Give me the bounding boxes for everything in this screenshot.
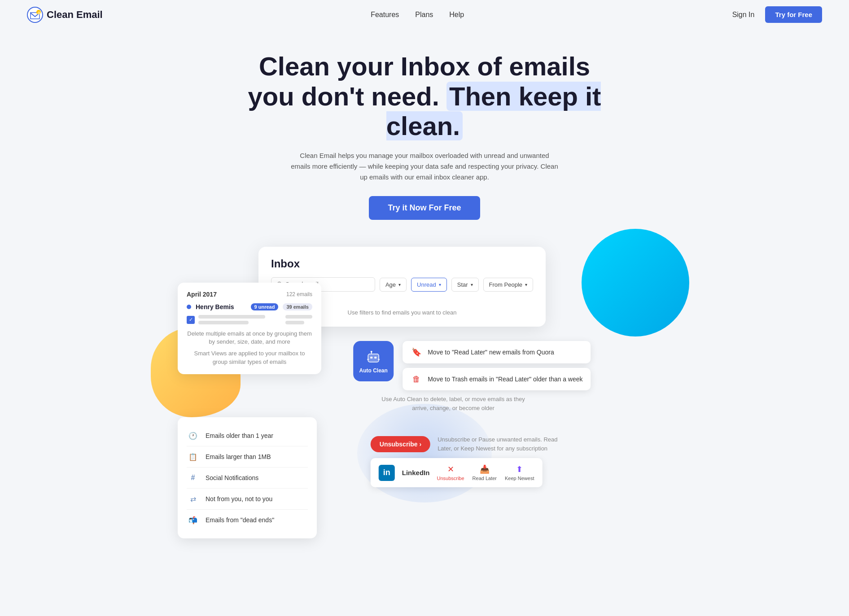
svg-rect-8 xyxy=(368,354,379,362)
sv-icon-3: ⇄ xyxy=(187,493,199,505)
auto-clean-section: Auto Clean 🔖 Move to "Read Later" new em… xyxy=(353,341,591,390)
grouping-card: April 2017 122 emails Henry Bemis 9 unre… xyxy=(178,283,321,374)
sv-label-4: Emails from "dead ends" xyxy=(206,516,274,524)
sv-icon-1: 📋 xyxy=(187,450,199,463)
email-row-1: ✓ xyxy=(187,315,312,324)
age-filter[interactable]: Age▾ xyxy=(380,278,407,292)
line-short xyxy=(198,321,249,324)
trash-icon: 🗑 xyxy=(411,373,422,385)
line-medium xyxy=(198,315,265,319)
robot-icon xyxy=(365,349,381,365)
auto-clean-rules: 🔖 Move to "Read Later" new emails from Q… xyxy=(403,341,591,390)
linkedin-name: LinkedIn xyxy=(402,469,430,476)
action-label-read: Read Later xyxy=(473,476,497,481)
grouping-caption: Delete multiple emails at once by groupi… xyxy=(187,330,312,346)
logo-text: Clean Email xyxy=(47,9,103,21)
nav-plans[interactable]: Plans xyxy=(415,11,433,19)
sv-item-1: 📋 Emails larger than 1MB xyxy=(187,446,308,467)
hero-subtitle: Clean Email helps you manage your mailbo… xyxy=(290,150,559,183)
linkedin-card: in LinkedIn ✕ Unsubscribe 📥 Read Later ⬆… xyxy=(371,458,543,487)
nav-links: Features Plans Help xyxy=(371,11,464,19)
sv-icon-2: # xyxy=(187,472,199,484)
unread-badge: 9 unread xyxy=(251,303,279,310)
action-keep-newest[interactable]: ⬆ Keep Newest xyxy=(505,464,534,481)
sv-icon-0: 🕐 xyxy=(187,429,199,442)
group-month-label: April 2017 xyxy=(187,291,217,298)
sender-dot xyxy=(187,305,191,309)
from-people-filter[interactable]: From People▾ xyxy=(483,278,533,292)
action-label-unsub: Unsubscribe xyxy=(437,476,464,481)
rule-item-1: 🔖 Move to "Read Later" new emails from Q… xyxy=(403,341,591,363)
demo-area: Inbox Age▾ Unread▾ Star▾ From People▾ xyxy=(178,247,671,354)
nav-help[interactable]: Help xyxy=(449,11,464,19)
action-read-later[interactable]: 📥 Read Later xyxy=(473,464,497,481)
linkedin-logo: in xyxy=(379,465,395,481)
smart-views-card: 🕐 Emails older than 1 year 📋 Emails larg… xyxy=(178,417,317,538)
keep-newest-icon: ⬆ xyxy=(516,464,523,474)
svg-point-0 xyxy=(27,7,43,22)
sv-label-0: Emails older than 1 year xyxy=(206,432,273,439)
rule-item-2: 🗑 Move to Trash emails in "Read Later" o… xyxy=(403,368,591,390)
sv-item-2: # Social Notifications xyxy=(187,467,308,489)
blob-cyan xyxy=(582,229,689,336)
action-unsubscribe[interactable]: ✕ Unsubscribe xyxy=(437,464,464,481)
emails-badge: 39 emails xyxy=(283,303,312,310)
navbar: @ Clean Email Features Plans Help Sign I… xyxy=(0,0,849,29)
logo-icon: @ xyxy=(27,7,43,23)
rule-text-1: Move to "Read Later" new emails from Quo… xyxy=(428,349,554,356)
sender-row: Henry Bemis 9 unread 39 emails xyxy=(187,303,312,310)
sv-icon-4: 📬 xyxy=(187,514,199,526)
sv-item-3: ⇄ Not from you, not to you xyxy=(187,489,308,510)
group-month-count: 122 emails xyxy=(286,291,312,297)
linkedin-actions: ✕ Unsubscribe 📥 Read Later ⬆ Keep Newest xyxy=(437,464,534,481)
star-filter[interactable]: Star▾ xyxy=(451,278,479,292)
try-free-nav-button[interactable]: Try for Free xyxy=(765,6,822,23)
unsub-caption: Unsubscribe or Pause unwanted emails. Re… xyxy=(438,435,563,453)
svg-text:@: @ xyxy=(38,11,41,14)
hero-section: Clean your Inbox of emails you don't nee… xyxy=(0,29,849,229)
bookmark-icon: 🔖 xyxy=(411,346,422,358)
unread-filter[interactable]: Unread▾ xyxy=(411,278,447,292)
unsubscribe-section: Unsubscribe › Unsubscribe or Pause unwan… xyxy=(371,435,563,487)
svg-rect-9 xyxy=(370,357,372,358)
unsubscribe-icon: ✕ xyxy=(447,464,454,474)
inbox-title: Inbox xyxy=(271,258,533,270)
group-month: April 2017 122 emails xyxy=(187,291,312,298)
hero-cta: Try it Now For Free xyxy=(9,196,840,220)
read-later-icon: 📥 xyxy=(480,464,490,474)
sign-in-link[interactable]: Sign In xyxy=(732,11,755,19)
sender-name: Henry Bemis xyxy=(196,303,246,310)
logo[interactable]: @ Clean Email xyxy=(27,7,103,23)
sv-label-2: Social Notifications xyxy=(206,474,258,481)
auto-clean-button[interactable]: Auto Clean xyxy=(353,341,394,381)
rule-text-2: Move to Trash emails in "Read Later" old… xyxy=(428,376,582,383)
svg-rect-10 xyxy=(374,357,376,358)
grouping-caption2: Smart Views are applied to your mailbox … xyxy=(187,350,312,366)
sv-label-1: Emails larger than 1MB xyxy=(206,453,271,460)
auto-clean-caption: Use Auto Clean to delete, label, or move… xyxy=(381,395,525,412)
content-lines xyxy=(198,315,282,324)
sv-item-4: 📬 Emails from "dead ends" xyxy=(187,510,308,530)
sv-label-3: Not from you, not to you xyxy=(206,495,272,502)
hero-headline: Clean your Inbox of emails you don't nee… xyxy=(245,52,604,141)
sv-item-0: 🕐 Emails older than 1 year xyxy=(187,425,308,446)
unsubscribe-button[interactable]: Unsubscribe › xyxy=(371,436,430,452)
auto-clean-label: Auto Clean xyxy=(359,367,388,374)
action-label-keep: Keep Newest xyxy=(505,476,534,481)
nav-features[interactable]: Features xyxy=(371,11,399,19)
svg-point-12 xyxy=(371,351,372,353)
checkbox-icon: ✓ xyxy=(187,316,195,324)
hero-cta-button[interactable]: Try it Now For Free xyxy=(369,196,480,220)
nav-right: Sign In Try for Free xyxy=(732,6,822,23)
unsub-top: Unsubscribe › Unsubscribe or Pause unwan… xyxy=(371,435,563,453)
